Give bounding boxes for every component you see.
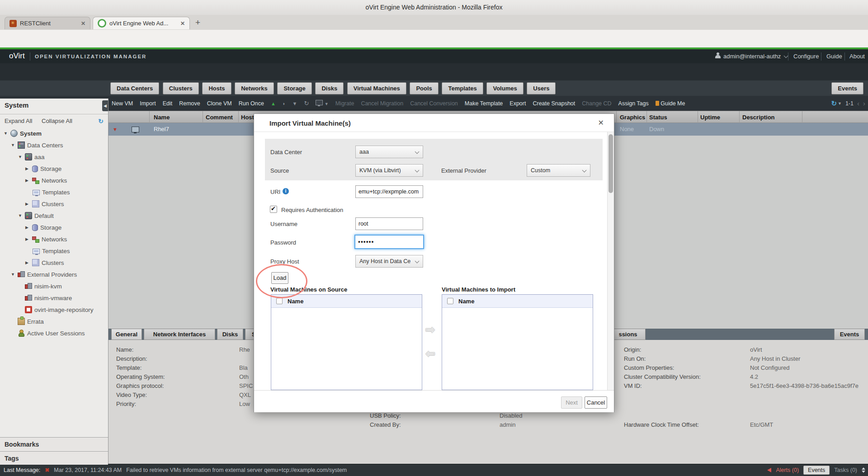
username-input[interactable]: [355, 217, 423, 230]
dialog-scrollbar[interactable]: [607, 132, 614, 390]
column-header-status[interactable]: Status: [649, 111, 667, 123]
vms-on-source-list[interactable]: Name: [271, 294, 422, 390]
nav-tab-data-centers[interactable]: Data Centers: [110, 82, 159, 94]
tab-disks[interactable]: Disks: [217, 329, 243, 340]
nav-tab-clusters[interactable]: Clusters: [163, 82, 199, 94]
console-icon[interactable]: ▼: [316, 100, 328, 107]
nav-tab-disks[interactable]: Disks: [315, 82, 344, 94]
tree-item-errata[interactable]: Errata: [0, 316, 108, 327]
nav-tab-volumes[interactable]: Volumes: [486, 82, 523, 94]
column-header-comment[interactable]: Comment: [206, 111, 233, 123]
run-icon[interactable]: ▲: [271, 101, 276, 106]
column-header-uptime[interactable]: Uptime: [700, 111, 720, 123]
collapsed-arrow-icon[interactable]: [25, 166, 32, 171]
tree-item-ovirt-image-repository[interactable]: ovirt-image-repository: [0, 304, 108, 316]
tree-item-nisim-vmware[interactable]: nisim-vmware: [0, 292, 108, 304]
select-all-checkbox[interactable]: [447, 298, 453, 304]
source-select[interactable]: KVM (via Libvirt): [355, 164, 423, 177]
nav-tab-events[interactable]: Events: [831, 82, 863, 94]
change-cd-button[interactable]: Change CD: [582, 100, 611, 107]
nav-tab-virtual-machines[interactable]: Virtual Machines: [347, 82, 406, 94]
requires-auth-checkbox[interactable]: [270, 206, 277, 213]
vms-to-import-list[interactable]: Name: [442, 294, 593, 390]
tree-item-default[interactable]: Default: [0, 210, 108, 222]
column-header-host[interactable]: Host: [241, 111, 254, 123]
expand-arrow-icon[interactable]: [11, 272, 18, 277]
browser-tab-ovirt[interactable]: oVirt Engine Web Ad... ✕: [93, 17, 190, 29]
info-icon[interactable]: [283, 188, 289, 194]
refresh-rate-dropdown-icon[interactable]: ▼: [838, 101, 842, 106]
new-vm-button[interactable]: New VM: [112, 100, 133, 107]
guide-me-button[interactable]: Guide Me: [656, 100, 685, 107]
nav-tab-hosts[interactable]: Hosts: [202, 82, 231, 94]
tree-item-networks[interactable]: Networks: [0, 233, 108, 245]
edit-button[interactable]: Edit: [163, 100, 173, 107]
collapsed-arrow-icon[interactable]: [25, 178, 32, 183]
clone-vm-button[interactable]: Clone VM: [207, 100, 232, 107]
expand-arrow-icon[interactable]: [18, 155, 25, 159]
browser-tab-restclient[interactable]: RESTClient ✕: [5, 17, 90, 29]
run-once-button[interactable]: Run Once: [239, 100, 264, 107]
tab-detail-events[interactable]: Events: [834, 329, 865, 340]
reboot-icon[interactable]: ↻: [304, 100, 309, 107]
user-menu[interactable]: admin@internal-authz: [715, 49, 788, 63]
nav-tab-templates[interactable]: Templates: [442, 82, 483, 94]
collapsed-arrow-icon[interactable]: [25, 237, 32, 241]
tree-item-aaa[interactable]: aaa: [0, 151, 108, 163]
tree-item-nisim-kvm[interactable]: nisim-kvm: [0, 280, 108, 292]
tree-item-clusters[interactable]: Clusters: [0, 198, 108, 210]
tree-item-storage[interactable]: Storage: [0, 163, 108, 174]
proxy-host-select[interactable]: Any Host in Data Ce: [355, 255, 423, 268]
make-template-button[interactable]: Make Template: [465, 100, 503, 107]
tab-close-icon[interactable]: ✕: [180, 20, 185, 27]
collapsed-arrow-icon[interactable]: [25, 260, 32, 265]
about-link[interactable]: About: [849, 49, 865, 63]
tree-item-networks[interactable]: Networks: [0, 174, 108, 186]
move-right-icon[interactable]: ⇨: [425, 323, 435, 337]
tree-item-clusters[interactable]: Clusters: [0, 257, 108, 269]
events-button[interactable]: Events: [803, 466, 830, 475]
expand-all-link[interactable]: Expand All: [5, 118, 32, 124]
collapsed-arrow-icon[interactable]: [25, 202, 32, 206]
tree-refresh-icon[interactable]: ↻: [98, 118, 104, 125]
bookmarks-section-header[interactable]: Bookmarks: [0, 437, 108, 451]
statusbar-spinner[interactable]: [862, 467, 865, 473]
collapsed-arrow-icon[interactable]: [25, 225, 32, 230]
uri-input[interactable]: [355, 185, 423, 198]
migrate-button[interactable]: Migrate: [335, 100, 354, 107]
tab-network-interfaces[interactable]: Network Interfaces: [144, 329, 215, 340]
prev-page-icon[interactable]: ‹: [857, 99, 859, 107]
next-button[interactable]: Next: [561, 396, 582, 409]
column-header-graphics[interactable]: Graphics: [620, 111, 645, 123]
nav-tab-pools[interactable]: Pools: [410, 82, 438, 94]
dialog-close-icon[interactable]: ✕: [598, 118, 604, 127]
create-snapshot-button[interactable]: Create Snapshot: [533, 100, 575, 107]
password-input[interactable]: [354, 235, 424, 249]
column-header-description[interactable]: Description: [742, 111, 775, 123]
tasks-button[interactable]: Tasks (0): [834, 467, 857, 473]
cancel-button[interactable]: Cancel: [585, 396, 607, 409]
scrollbar-thumb[interactable]: [609, 134, 613, 193]
expand-arrow-icon[interactable]: [11, 143, 18, 147]
assign-tags-button[interactable]: Assign Tags: [618, 100, 649, 107]
column-header-name[interactable]: Name: [154, 111, 170, 123]
tree-item-data-centers[interactable]: Data Centers: [0, 139, 108, 151]
export-button[interactable]: Export: [509, 100, 526, 107]
move-left-icon[interactable]: ⇦: [425, 347, 435, 361]
tree-item-templates[interactable]: Templates: [0, 186, 108, 198]
shutdown-icon[interactable]: ▼: [292, 101, 297, 106]
select-all-checkbox[interactable]: [276, 298, 283, 304]
guide-link[interactable]: Guide: [826, 49, 842, 63]
external-provider-select[interactable]: Custom: [527, 164, 590, 177]
alerts-button[interactable]: Alerts (0): [776, 467, 799, 473]
cancel-conversion-button[interactable]: Cancel Conversion: [410, 100, 458, 107]
collapse-all-link[interactable]: Collapse All: [42, 118, 72, 124]
cancel-migration-button[interactable]: Cancel Migration: [361, 100, 403, 107]
tree-item-external-providers[interactable]: External Providers: [0, 269, 108, 280]
grid-refresh-icon[interactable]: ↻: [831, 99, 837, 108]
tab-general[interactable]: General: [111, 329, 142, 340]
import-button[interactable]: Import: [140, 100, 156, 107]
new-tab-button[interactable]: +: [195, 18, 200, 28]
tree-item-storage[interactable]: Storage: [0, 222, 108, 233]
nav-tab-networks[interactable]: Networks: [235, 82, 274, 94]
